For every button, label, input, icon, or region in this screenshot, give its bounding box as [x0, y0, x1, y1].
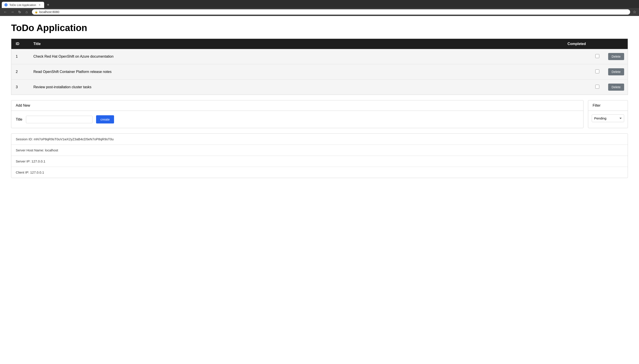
col-header-actions: [604, 39, 628, 49]
title-label: Title: [16, 118, 23, 122]
add-new-body: Title create: [11, 111, 583, 128]
client-ip-row: Client IP: 127.0.0.1: [11, 167, 628, 178]
table-row: 2 Read OpenShift Container Platform rele…: [11, 64, 628, 80]
server-host-row: Server Host Name: localhost: [11, 145, 628, 156]
bottom-section: Add New Title create Filter PendingCompl…: [11, 100, 628, 128]
server-ip-label: Server IP:: [16, 160, 31, 163]
server-host-value: localhost: [45, 148, 58, 152]
client-ip-value: 127.0.0.1: [30, 170, 44, 174]
create-button[interactable]: create: [96, 115, 114, 124]
address-bar: ← → ↻ ⌂ 🔒 localhost:8080 ☆: [0, 8, 639, 16]
cell-title: Read OpenShift Container Platform releas…: [29, 64, 424, 80]
session-id-label: Session ID:: [16, 137, 33, 141]
completed-checkbox[interactable]: [595, 85, 599, 89]
new-tab-button[interactable]: +: [45, 2, 51, 8]
tab-close-button[interactable]: ×: [38, 3, 42, 7]
cell-actions: Delete: [604, 64, 628, 80]
col-header-id: ID: [11, 39, 29, 49]
tab-favicon: ⊙: [5, 3, 8, 6]
cell-id: 2: [11, 64, 29, 80]
server-ip-row: Server IP: 127.0.0.1: [11, 156, 628, 167]
filter-body: PendingCompletedAll: [588, 111, 628, 126]
server-host-label: Server Host Name:: [16, 148, 44, 152]
col-header-title: Title: [29, 39, 424, 49]
forward-button[interactable]: →: [10, 9, 15, 15]
lock-icon: 🔒: [35, 10, 38, 14]
home-button[interactable]: ⌂: [24, 9, 29, 15]
browser-chrome: ⊙ ToDo List Application × + ← → ↻ ⌂ 🔒 lo…: [0, 0, 639, 16]
cell-completed: [424, 64, 603, 80]
cell-completed: [424, 80, 603, 95]
cell-id: 1: [11, 49, 29, 64]
client-ip-label: Client IP:: [16, 170, 29, 174]
page-content: ToDo Application ID Title Completed 1 Ch…: [0, 16, 639, 362]
filter-panel: Filter PendingCompletedAll: [588, 100, 628, 128]
server-ip-value: 127.0.0.1: [32, 160, 46, 163]
cell-title: Check Red Hat OpenShift on Azure documen…: [29, 49, 424, 64]
add-new-panel: Add New Title create: [11, 100, 583, 128]
nav-buttons: ← → ↻ ⌂: [3, 9, 29, 15]
address-text: localhost:8080: [39, 10, 59, 14]
title-input[interactable]: [26, 116, 93, 123]
back-button[interactable]: ←: [3, 9, 8, 15]
cell-actions: Delete: [604, 49, 628, 64]
bookmark-icon[interactable]: ☆: [633, 10, 636, 14]
filter-select[interactable]: PendingCompletedAll: [592, 114, 624, 122]
session-info: Session ID: mN7oP8qR9sT0uV1wX2yZ3aB4cD5e…: [11, 134, 628, 178]
cell-id: 3: [11, 80, 29, 95]
table-header-row: ID Title Completed: [11, 39, 628, 49]
table-row: 1 Check Red Hat OpenShift on Azure docum…: [11, 49, 628, 64]
delete-button[interactable]: Delete: [608, 84, 624, 91]
col-header-completed: Completed: [424, 39, 603, 49]
address-input[interactable]: 🔒 localhost:8080: [32, 9, 630, 15]
tab-bar: ⊙ ToDo List Application × +: [0, 0, 639, 8]
table-row: 3 Review post-installation cluster tasks…: [11, 80, 628, 95]
delete-button[interactable]: Delete: [608, 53, 624, 60]
completed-checkbox[interactable]: [595, 54, 599, 58]
delete-button[interactable]: Delete: [608, 68, 624, 75]
cell-actions: Delete: [604, 80, 628, 95]
add-new-header: Add New: [11, 100, 583, 111]
tab-title: ToDo List Application: [9, 3, 36, 7]
cell-completed: [424, 49, 603, 64]
session-id-value: mN7oP8qR9sT0uV1wX2yZ3aB4cD5eN7oP8qR9sT0u: [34, 137, 114, 141]
filter-header: Filter: [588, 100, 628, 111]
page-title: ToDo Application: [11, 22, 628, 33]
completed-checkbox[interactable]: [595, 70, 599, 74]
todo-table: ID Title Completed 1 Check Red Hat OpenS…: [11, 38, 628, 95]
reload-button[interactable]: ↻: [17, 9, 22, 15]
session-id-row: Session ID: mN7oP8qR9sT0uV1wX2yZ3aB4cD5e…: [11, 134, 628, 145]
active-tab[interactable]: ⊙ ToDo List Application ×: [2, 2, 44, 8]
cell-title: Review post-installation cluster tasks: [29, 80, 424, 95]
